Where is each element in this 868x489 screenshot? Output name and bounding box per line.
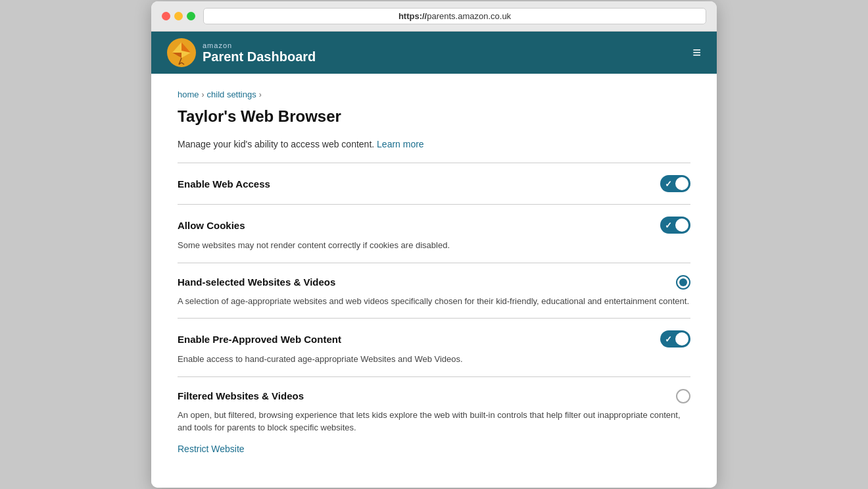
logo-text-container: amazon Parent Dashboard <box>203 41 316 64</box>
setting-header-pre-approved: Enable Pre-Approved Web Content <box>178 330 690 347</box>
settings-container: Enable Web Access Allow Cookies Some web… <box>178 163 690 461</box>
toggle-pre-approved[interactable] <box>660 330 690 347</box>
toggle-allow-cookies[interactable] <box>660 217 690 234</box>
breadcrumb-chevron-1: › <box>202 90 205 99</box>
setting-row-filtered-websites: Filtered Websites & Videos An open, but … <box>178 376 690 461</box>
setting-label-hand-selected: Hand-selected Websites & Videos <box>178 276 335 288</box>
page-title: Taylor's Web Browser <box>178 107 690 126</box>
logo-title: Parent Dashboard <box>203 49 316 64</box>
traffic-lights <box>162 12 195 20</box>
setting-row-enable-web-access: Enable Web Access <box>178 163 690 204</box>
logo-amazon: amazon <box>203 41 316 49</box>
traffic-light-yellow[interactable] <box>174 12 183 20</box>
learn-more-link[interactable]: Learn more <box>377 139 424 149</box>
restrict-website-link[interactable]: Restrict Website <box>178 444 245 454</box>
toggle-knob-enable-web-access <box>675 177 688 190</box>
setting-row-pre-approved: Enable Pre-Approved Web Content Enable a… <box>178 318 690 376</box>
description-text: Manage your kid's ability to access web … <box>178 139 374 149</box>
url-text: parents.amazon.co.uk <box>427 11 511 21</box>
breadcrumb-home[interactable]: home <box>178 90 199 99</box>
toggle-knob-pre-approved <box>675 332 688 346</box>
setting-desc-allow-cookies: Some websites may not render content cor… <box>178 239 690 252</box>
setting-label-filtered-websites: Filtered Websites & Videos <box>178 390 304 401</box>
setting-desc-hand-selected: A selection of age-appropriate websites … <box>178 295 690 308</box>
setting-desc-filtered-websites: An open, but filtered, browsing experien… <box>178 409 690 434</box>
setting-desc-pre-approved: Enable access to hand-curated age-approp… <box>178 353 690 366</box>
setting-header-enable-web-access: Enable Web Access <box>178 175 690 192</box>
traffic-light-green[interactable] <box>187 12 195 20</box>
site-header: amazon Parent Dashboard ≡ <box>151 32 717 74</box>
breadcrumb: home › child settings › <box>178 90 690 99</box>
page-content: home › child settings › Taylor's Web Bro… <box>151 74 717 488</box>
setting-header-allow-cookies: Allow Cookies <box>178 217 690 234</box>
setting-row-allow-cookies: Allow Cookies Some websites may not rend… <box>178 204 690 263</box>
setting-label-allow-cookies: Allow Cookies <box>178 220 245 231</box>
url-bar[interactable]: https://parents.amazon.co.uk <box>203 8 706 24</box>
toggle-knob-allow-cookies <box>675 219 688 232</box>
hamburger-menu-icon[interactable]: ≡ <box>692 44 701 61</box>
toggle-enable-web-access[interactable] <box>660 175 690 192</box>
browser-chrome: https://parents.amazon.co.uk <box>151 1 717 32</box>
setting-label-pre-approved: Enable Pre-Approved Web Content <box>178 334 341 345</box>
setting-row-hand-selected: Hand-selected Websites & Videos A select… <box>178 263 690 319</box>
setting-header-hand-selected: Hand-selected Websites & Videos <box>178 275 690 290</box>
page-description: Manage your kid's ability to access web … <box>178 139 690 149</box>
breadcrumb-chevron-2: › <box>259 90 262 99</box>
radio-hand-selected[interactable] <box>676 275 690 290</box>
breadcrumb-child-settings[interactable]: child settings <box>207 90 256 99</box>
kite-icon <box>167 38 196 67</box>
radio-filtered-websites[interactable] <box>676 389 690 403</box>
logo-area: amazon Parent Dashboard <box>167 38 316 67</box>
browser-window: https://parents.amazon.co.uk amazon Pare… <box>151 1 717 488</box>
setting-label-enable-web-access: Enable Web Access <box>178 178 270 190</box>
setting-header-filtered-websites: Filtered Websites & Videos <box>178 389 690 403</box>
traffic-light-red[interactable] <box>162 12 170 20</box>
